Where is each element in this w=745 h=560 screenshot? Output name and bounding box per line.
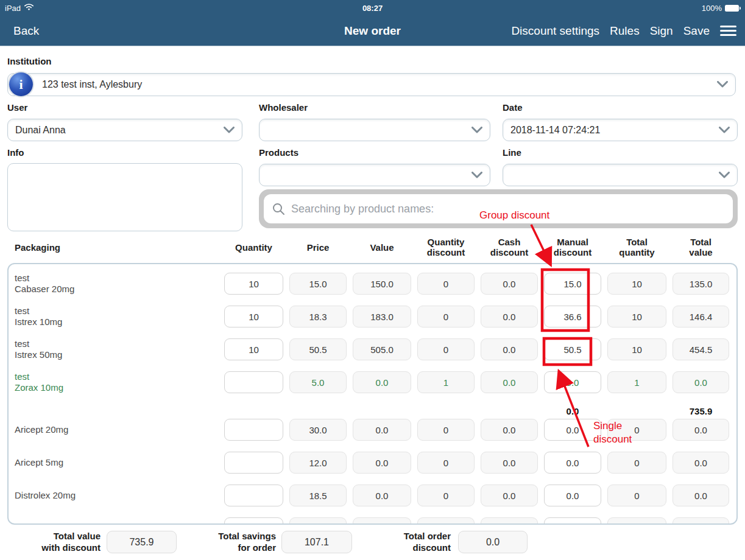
products-select[interactable] [259, 164, 490, 186]
product-search-input[interactable]: Searching by product names: [264, 194, 733, 223]
cash-discount-cell: 0.0 [481, 419, 538, 441]
institution-select[interactable]: 123 test inst, Aylesbury [7, 73, 736, 96]
back-button[interactable]: Back [13, 24, 39, 38]
value-cell: 0.0 [353, 371, 411, 393]
column-header-price: Price [289, 242, 347, 253]
quantity-input[interactable] [224, 517, 283, 525]
cash-discount-cell: 0.0 [481, 517, 538, 525]
price-cell: 20.0 [289, 517, 347, 525]
column-header-cash-discount: Cash discount [487, 237, 532, 257]
packaging-name: testCabaser 20mg [15, 273, 218, 295]
header-bar: iPad 08:27 100% Back New order Discount … [0, 0, 745, 46]
packaging-name: testZorax 10mg [15, 371, 218, 393]
chevron-down-icon [471, 170, 482, 181]
quantity-discount-cell: 0 [417, 338, 475, 360]
manual-discount-input[interactable]: 0.0 [544, 452, 601, 474]
column-header-manual-discount: Manual discount [550, 237, 595, 257]
packaging-name: Distrolex 10mg [15, 523, 218, 525]
table-row: testIstrex 50mg1050.5505.000.050.510454.… [15, 338, 736, 360]
chevron-down-icon [717, 79, 728, 90]
price-cell: 5.0 [289, 371, 347, 393]
chevron-down-icon [719, 170, 730, 181]
status-bar: iPad 08:27 100% [0, 0, 745, 16]
total-order-discount-box: 0.0 [458, 531, 528, 553]
manual-discount-input[interactable]: 50.5 [544, 338, 601, 360]
total-value-cell: 0.0 [673, 485, 729, 506]
manual-discount-input[interactable]: 36.6 [544, 306, 601, 327]
summary-total-value-cell: 735.9 [673, 406, 729, 416]
institution-label: Institution [7, 56, 51, 66]
manual-discount-input[interactable]: 0.0 [544, 371, 601, 393]
info-icon[interactable]: i [9, 72, 33, 96]
products-label: Products [259, 147, 298, 158]
status-time: 08:27 [362, 4, 383, 13]
price-cell: 15.0 [289, 273, 347, 295]
cash-discount-cell: 0.0 [481, 338, 538, 360]
total-quantity-cell: 10 [607, 338, 666, 360]
value-cell: 0.0 [353, 517, 411, 525]
user-select[interactable]: Dunai Anna [7, 119, 242, 141]
price-cell: 30.0 [289, 419, 347, 441]
manual-discount-input[interactable]: 0.0 [544, 485, 601, 506]
total-value-with-discount-label: Total value with discount [14, 530, 101, 553]
battery-percent: 100% [702, 4, 722, 13]
info-input[interactable] [7, 163, 242, 231]
table-header-row: Packaging Quantity Price Value Quantity … [7, 234, 738, 261]
total-order-discount-label: Total order discount [364, 530, 451, 553]
manual-discount-input[interactable]: 0.0 [544, 517, 601, 525]
quantity-input[interactable]: 10 [224, 338, 283, 360]
packaging-name: testIstrex 50mg [15, 338, 218, 360]
table-row: Aricept 5mg12.00.000.00.000.0 [15, 452, 736, 474]
nav-bar: Back New order Discount settings Rules S… [0, 16, 745, 46]
rules-button[interactable]: Rules [610, 24, 640, 38]
info-label: Info [7, 147, 24, 158]
total-value-cell: 0.0 [673, 452, 729, 474]
quantity-discount-cell: 0 [417, 485, 475, 506]
cash-discount-cell: 0.0 [481, 273, 538, 295]
institution-value: 123 test inst, Aylesbury [42, 79, 142, 90]
quantity-input[interactable] [224, 485, 283, 506]
quantity-input[interactable] [224, 452, 283, 474]
cash-discount-cell: 0.0 [481, 452, 538, 474]
value-cell: 0.0 [353, 419, 411, 441]
page-title: New order [344, 24, 401, 38]
quantity-input[interactable] [224, 371, 283, 393]
total-quantity-cell: 1 [607, 371, 666, 393]
cash-discount-cell: 0.0 [481, 485, 538, 506]
value-cell: 183.0 [353, 306, 411, 327]
menu-icon[interactable] [720, 25, 736, 37]
price-cell: 18.5 [289, 485, 347, 506]
date-select[interactable]: 2018-11-14 07:24:21 [503, 119, 738, 141]
column-header-total-value: Total value [682, 237, 721, 257]
date-label: Date [503, 102, 523, 113]
packaging-name: testIstrex 10mg [15, 306, 218, 327]
quantity-discount-cell: 0 [417, 419, 475, 441]
wholesaler-select[interactable] [259, 119, 490, 141]
user-label: User [7, 102, 27, 113]
wholesaler-label: Wholesaler [259, 102, 308, 113]
total-quantity-cell: 0 [607, 452, 666, 474]
table-row: testIstrex 10mg1018.3183.000.036.610146.… [15, 306, 736, 327]
column-header-total-quantity: Total quantity [615, 237, 660, 257]
save-button[interactable]: Save [683, 24, 710, 38]
total-quantity-cell: 10 [607, 273, 666, 295]
manual-discount-input[interactable]: 15.0 [544, 273, 601, 295]
quantity-discount-cell: 0 [417, 273, 475, 295]
total-savings-for-order-label: Total savings for order [188, 530, 276, 553]
date-value: 2018-11-14 07:24:21 [510, 125, 600, 136]
quantity-input[interactable]: 10 [224, 273, 283, 295]
discount-settings-button[interactable]: Discount settings [511, 24, 599, 38]
value-cell: 0.0 [353, 452, 411, 474]
quantity-input[interactable] [224, 419, 283, 441]
sign-button[interactable]: Sign [650, 24, 673, 38]
line-select[interactable] [503, 164, 738, 186]
quantity-discount-cell: 1 [417, 371, 475, 393]
quantity-discount-cell: 0 [417, 517, 475, 525]
quantity-input[interactable]: 10 [224, 306, 283, 327]
chevron-down-icon [471, 125, 482, 136]
total-value-cell: 0.0 [673, 419, 729, 441]
table-row: Distrolex 10mg20.00.000.00.000.0 [15, 517, 736, 525]
manual-discount-input[interactable]: 0.0 [544, 419, 601, 441]
packaging-name: Aricept 5mg [15, 457, 218, 468]
summary-manual-discount-input: 0.0 [544, 406, 601, 416]
